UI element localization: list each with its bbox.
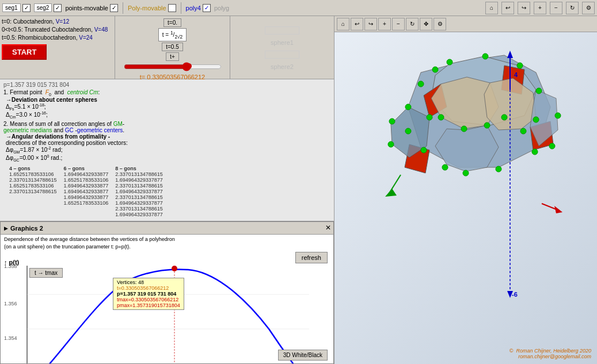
seg2-checkbox[interactable]: ✓ (54, 4, 62, 12)
delta-f-row: ΔFs=5.1 × 10-18; (6, 103, 330, 111)
t01-shape: Truncated Cuboctahedron, (24, 26, 93, 33)
sphere-labels: sphere1 sphere2 (230, 16, 334, 79)
cell: 1.69496432933877 (60, 189, 112, 194)
gm-label2: geometric medians (3, 127, 52, 133)
points-movable-group: points-movable ✓ (65, 4, 118, 12)
y-val-1354: 1.354 (4, 335, 17, 341)
svg-point-50 (549, 143, 555, 149)
table-row: 1.652517835331061.694964329337877 (6, 200, 166, 206)
means-line: 2. Means of sum of all correction angles… (3, 121, 330, 133)
t01-row: 0<t<0.5: Truncated Cuboctahedron, V=48 (2, 26, 113, 34)
poly4-checkbox[interactable]: ✓ (203, 4, 211, 12)
panel-expand-icon: ▶ (4, 225, 8, 231)
sphere2-label: sphere2 (271, 63, 294, 70)
tooltip-tmax: tmax=0.330503567066212 (117, 297, 180, 302)
refresh-icon[interactable]: ↻ (566, 2, 579, 14)
back-3d-icon[interactable]: ↩ (351, 18, 363, 30)
cell: 1.69496432933877 (60, 183, 112, 189)
t0-shape: Cuboctahedron, (13, 18, 54, 25)
table-row: 2.337013134788615 (6, 206, 166, 212)
cell (6, 212, 60, 217)
top-toolbar: seg1 ✓ seg2 ✓ points-movable ✓ Poly-mova… (0, 0, 597, 16)
divider2 (181, 2, 181, 14)
t05-button[interactable]: t=0.5 (162, 43, 183, 51)
svg-point-48 (501, 114, 507, 120)
table-row: 2.3370131347886151.694964329338771.69496… (6, 189, 166, 194)
polyhedron-svg: 4 -6 (334, 32, 597, 364)
home-icon[interactable]: ⌂ (485, 2, 498, 14)
pan-3d-icon[interactable]: ✥ (420, 18, 432, 30)
t-slider-container (124, 62, 222, 72)
t01-label: 0<t<0.5: (2, 26, 23, 33)
settings-icon[interactable]: ⚙ (582, 2, 595, 14)
seg1-checkbox[interactable]: ✓ (22, 4, 31, 12)
gc-label: GC (65, 127, 74, 133)
svg-point-31 (447, 59, 452, 65)
y-val-1356: 1.356 (4, 301, 17, 306)
poly4-label: poly4 (186, 5, 201, 12)
t-formula: t = 1/2√2 (158, 28, 187, 41)
angular-header: →Angular deviations from optimality - (6, 133, 330, 140)
table-row: 1.652517835331061.694964329338772.337013… (6, 171, 166, 177)
t-slider[interactable] (124, 62, 222, 71)
tooltip-p: p=1.357 319 015 731 804 (117, 291, 180, 297)
rotate-3d-icon[interactable]: ↻ (406, 18, 419, 30)
back-icon[interactable]: ↩ (501, 2, 514, 14)
fermat-line: 1. Fermat point F0 and centroid Cm: (3, 89, 330, 97)
cell: 1.694964329337877 (112, 189, 166, 194)
svg-point-32 (482, 53, 488, 59)
seg2-label: seg2 (34, 3, 52, 12)
centroid-cm: centroid Cm (67, 89, 98, 95)
points-movable-checkbox[interactable]: ✓ (110, 4, 118, 12)
cell: 1.694964329337877 (112, 200, 166, 206)
shape-info-panel: t=0: Cuboctahedron, V=12 0<t<0.5: Trunca… (0, 16, 115, 79)
svg-text:-6: -6 (512, 291, 518, 298)
panel-close-icon[interactable]: ✕ (325, 224, 331, 232)
svg-point-52 (388, 141, 394, 147)
forward-icon[interactable]: ↪ (518, 2, 530, 14)
chart-area: Dependence of the average distance betwe… (1, 235, 333, 363)
table-row: 1.652517835331061.694964329338772.337013… (6, 183, 166, 189)
svg-point-43 (418, 81, 424, 87)
start-button[interactable]: START (2, 44, 47, 60)
t0-row: t=0: Cuboctahedron, V=12 (2, 18, 113, 26)
poly-movable-label: Poly-movable (128, 5, 166, 12)
right-panel-3d: ⌂ ↩ ↪ + − ↻ ✥ ⚙ (334, 16, 597, 364)
svg-point-49 (555, 113, 561, 118)
zoom-in-icon[interactable]: + (534, 2, 546, 14)
directions-line: directions of the corresponding position… (6, 140, 330, 146)
slider-panel: t=0. t = 1/2√2 t=0.5 t+ t= 0.33050356706… (115, 16, 230, 79)
zoom-in-3d-icon[interactable]: + (378, 18, 391, 30)
tplus-button[interactable]: t+ (166, 52, 179, 61)
chart-svg: 0.1 0.2 0.3 0.4 0.5 0.6 → t (21, 260, 321, 364)
cell: 1.65251783533106 (6, 183, 60, 189)
svg-point-40 (421, 147, 427, 153)
col-8gons: 8 – gons (112, 166, 166, 171)
zoom-out-3d-icon[interactable]: − (392, 18, 405, 30)
wb-button[interactable]: 3D White/Black (278, 350, 328, 361)
poly-movable-checkbox[interactable] (168, 4, 176, 12)
chart-desc1: Dependence of the average distance betwe… (1, 235, 333, 242)
delta-cm-row: ΔCm=3.0 × 10-16; (6, 111, 330, 119)
coords-display: p=1.357 319 015 731 804 (3, 82, 330, 88)
polyhedron-view: 4 -6 © Roman Chijner, Heidelberg 2020 ro… (334, 32, 597, 364)
gc-label2: geometric centers (77, 127, 123, 133)
forward-3d-icon[interactable]: ↪ (364, 18, 377, 30)
delta-phi-gc: ΔφGC=0.00 × 100 rad.; (6, 154, 330, 162)
graphics2-title: Graphics 2 (10, 225, 43, 232)
cell: 1.65251783533106 (6, 171, 60, 177)
settings-3d-icon[interactable]: ⚙ (434, 18, 446, 30)
table-row: 2.3370131347886151.652517835331061.69496… (6, 177, 166, 183)
sphere1-box (265, 26, 299, 35)
svg-point-6 (172, 266, 177, 271)
t0-button[interactable]: t=0. (163, 18, 181, 27)
gm-label: GM (113, 121, 123, 127)
cell (6, 194, 60, 200)
home-3d-icon[interactable]: ⌂ (337, 18, 349, 30)
gon-table: 4 – gons 6 – gons 8 – gons 1.65251783533… (6, 166, 166, 217)
t01-v: V=48 (94, 26, 108, 33)
left-panel: t=0: Cuboctahedron, V=12 0<t<0.5: Trunca… (0, 16, 334, 364)
zoom-out-icon[interactable]: − (550, 2, 562, 14)
graphics2-titlebar[interactable]: ▶ Graphics 2 ✕ (1, 222, 333, 235)
copyright-text: © Roman Chijner, Heidelberg 2020 roman.c… (509, 348, 591, 359)
